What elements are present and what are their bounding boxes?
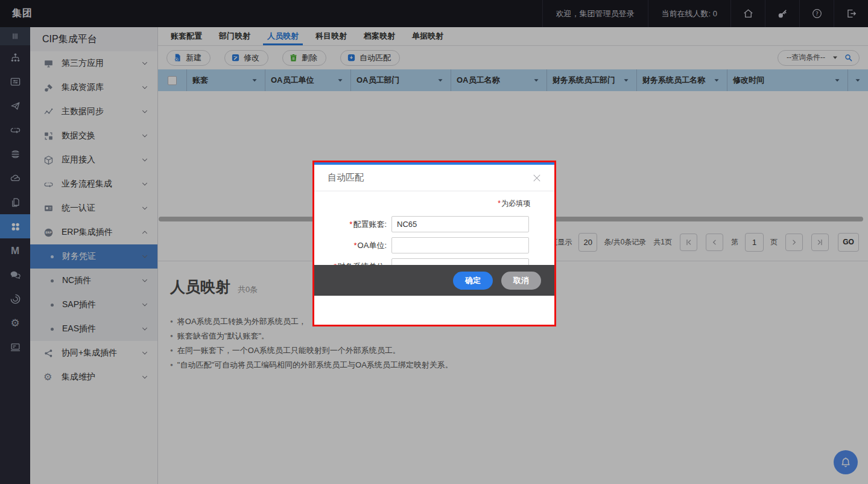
app-window: 集团 欢迎，集团管理员登录 当前在线人数: 0 ? [0,0,868,484]
cancel-button[interactable]: 取消 [501,272,541,290]
dialog-body: *为必填项 *配置账套: *OA单位: *财务系统单位: 确定 取消 [314,191,554,296]
auto-match-dialog: 自动匹配 *为必填项 *配置账套: *OA单位: *财务系统单位: [312,161,556,326]
dialog-footer: 确定 取消 [314,265,554,296]
required-star: * [498,199,501,208]
field-input[interactable] [391,237,529,253]
field-input[interactable] [391,216,529,232]
dialog-header: 自动匹配 [314,165,554,191]
field-label: *OA单位: [314,240,391,251]
required-note: *为必填项 [314,199,554,209]
form-row: *配置账套: [314,216,554,232]
field-label: *配置账套: [314,219,391,230]
close-icon[interactable] [530,171,543,185]
form-row: *OA单位: [314,237,554,253]
confirm-button[interactable]: 确定 [453,272,493,290]
dialog-title: 自动匹配 [328,172,364,183]
